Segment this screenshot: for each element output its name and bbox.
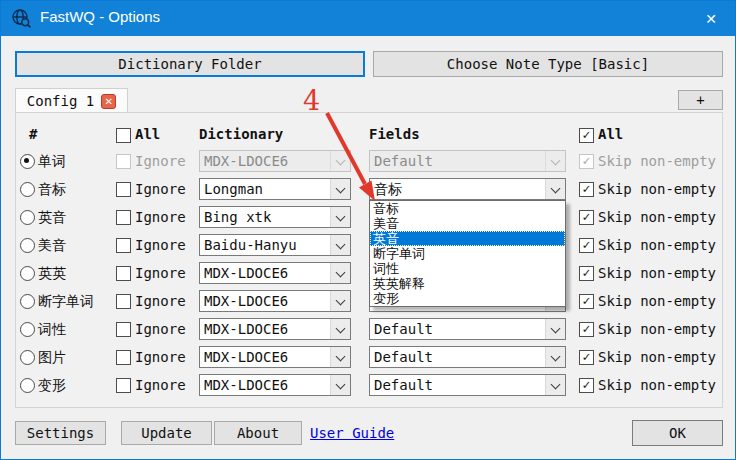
row-radio[interactable] [20, 294, 35, 309]
skip-checkbox[interactable] [579, 210, 594, 225]
dictionary-value: MDX-LDOCE6 [204, 153, 328, 169]
choose-note-type-button[interactable]: Choose Note Type [Basic] [373, 51, 723, 77]
column-header-number: # [29, 126, 37, 142]
dictionary-combobox[interactable]: MDX-LDOCE6 [199, 290, 351, 312]
fields-combobox[interactable]: Default [369, 374, 566, 396]
fields-combobox[interactable]: Default [369, 150, 566, 172]
fields-combobox[interactable]: 音标 [369, 178, 566, 200]
all-ignore-checkbox[interactable] [116, 128, 131, 143]
ignore-checkbox[interactable] [116, 350, 131, 365]
row-label: 英音 [38, 208, 66, 226]
skip-checkbox[interactable] [579, 378, 594, 393]
close-button[interactable]: ✕ [687, 1, 735, 36]
dropdown-button[interactable] [330, 375, 350, 395]
row-label: 英英 [38, 264, 66, 282]
skip-label: Skip non-empty [598, 348, 716, 366]
chevron-down-icon [551, 184, 561, 194]
ignore-checkbox[interactable] [116, 154, 131, 169]
dropdown-button[interactable] [330, 207, 350, 227]
row-label: 词性 [38, 320, 66, 338]
ignore-label: Ignore [135, 236, 186, 254]
ignore-checkbox[interactable] [116, 378, 131, 393]
fields-value: Default [374, 349, 543, 365]
row-label: 变形 [38, 376, 66, 394]
dropdown-item[interactable]: 音标 [370, 201, 565, 216]
skip-checkbox[interactable] [579, 238, 594, 253]
dropdown-button[interactable] [330, 319, 350, 339]
dictionary-combobox[interactable]: MDX-LDOCE6 [199, 150, 351, 172]
skip-checkbox[interactable] [579, 294, 594, 309]
dropdown-button[interactable] [330, 263, 350, 283]
skip-checkbox[interactable] [579, 322, 594, 337]
skip-checkbox[interactable] [579, 154, 594, 169]
dictionary-combobox[interactable]: MDX-LDOCE6 [199, 374, 351, 396]
update-button[interactable]: Update [121, 421, 212, 445]
fields-combobox[interactable]: Default [369, 318, 566, 340]
dropdown-item[interactable]: 词性 [370, 261, 565, 276]
ignore-label: Ignore [135, 320, 186, 338]
dropdown-button[interactable] [330, 179, 350, 199]
row-label: 断字单词 [38, 292, 94, 310]
ignore-label: Ignore [135, 152, 186, 170]
add-config-button[interactable]: + [678, 90, 723, 110]
row-radio[interactable] [20, 350, 35, 365]
user-guide-link[interactable]: User Guide [310, 425, 394, 441]
skip-checkbox[interactable] [579, 350, 594, 365]
dictionary-combobox[interactable]: MDX-LDOCE6 [199, 262, 351, 284]
row-radio[interactable] [20, 238, 35, 253]
chevron-down-icon [336, 296, 346, 306]
dictionary-combobox[interactable]: Bing xtk [199, 206, 351, 228]
ignore-checkbox[interactable] [116, 210, 131, 225]
ignore-checkbox[interactable] [116, 182, 131, 197]
dropdown-button[interactable] [545, 151, 565, 171]
ignore-checkbox[interactable] [116, 322, 131, 337]
tab-close-icon[interactable]: ✕ [101, 94, 116, 109]
row-radio[interactable] [20, 210, 35, 225]
about-button[interactable]: About [214, 421, 302, 445]
dropdown-item[interactable]: 变形 [370, 291, 565, 306]
ignore-checkbox[interactable] [116, 294, 131, 309]
skip-checkbox[interactable] [579, 182, 594, 197]
dropdown-button[interactable] [330, 347, 350, 367]
skip-checkbox[interactable] [579, 266, 594, 281]
annotation-step-number: 4 [303, 85, 320, 116]
ignore-label: Ignore [135, 376, 186, 394]
dictionary-value: MDX-LDOCE6 [204, 321, 328, 337]
dictionary-folder-button[interactable]: Dictionary Folder [15, 51, 365, 77]
all-skip-checkbox[interactable] [579, 128, 594, 143]
settings-button[interactable]: Settings [15, 421, 106, 445]
chevron-down-icon [551, 156, 561, 166]
dictionary-combobox[interactable]: Longman [199, 178, 351, 200]
row-radio[interactable] [20, 322, 35, 337]
row-radio[interactable] [20, 378, 35, 393]
chevron-down-icon [336, 380, 346, 390]
dropdown-button[interactable] [330, 235, 350, 255]
ok-button[interactable]: OK [632, 420, 723, 446]
dropdown-item[interactable]: 断字单词 [370, 246, 565, 261]
table-row: 词性 Ignore MDX-LDOCE6 Default Skip non-em… [15, 315, 723, 343]
dictionary-combobox[interactable]: Baidu-Hanyu [199, 234, 351, 256]
row-radio[interactable] [20, 154, 35, 169]
dropdown-button[interactable] [545, 375, 565, 395]
fields-value: Default [374, 321, 543, 337]
dictionary-value: Bing xtk [204, 209, 328, 225]
dropdown-button[interactable] [330, 151, 350, 171]
dropdown-button[interactable] [330, 291, 350, 311]
dropdown-item[interactable]: 美音 [370, 216, 565, 231]
dropdown-button[interactable] [545, 347, 565, 367]
dropdown-item[interactable]: 英英解释 [370, 276, 565, 291]
ignore-checkbox[interactable] [116, 266, 131, 281]
row-radio[interactable] [20, 266, 35, 281]
ignore-checkbox[interactable] [116, 238, 131, 253]
dropdown-item[interactable]: 英音 [370, 231, 565, 246]
chevron-down-icon [336, 268, 346, 278]
dropdown-button[interactable] [545, 179, 565, 199]
tab-config-1[interactable]: Config 1 ✕ [15, 88, 128, 113]
dictionary-combobox[interactable]: MDX-LDOCE6 [199, 318, 351, 340]
skip-label: Skip non-empty [598, 180, 716, 198]
options-dialog: FastWQ - Options ✕ Dictionary Folder Cho… [0, 0, 736, 460]
row-radio[interactable] [20, 182, 35, 197]
dictionary-combobox[interactable]: MDX-LDOCE6 [199, 346, 351, 368]
dropdown-button[interactable] [545, 319, 565, 339]
fields-combobox[interactable]: Default [369, 346, 566, 368]
